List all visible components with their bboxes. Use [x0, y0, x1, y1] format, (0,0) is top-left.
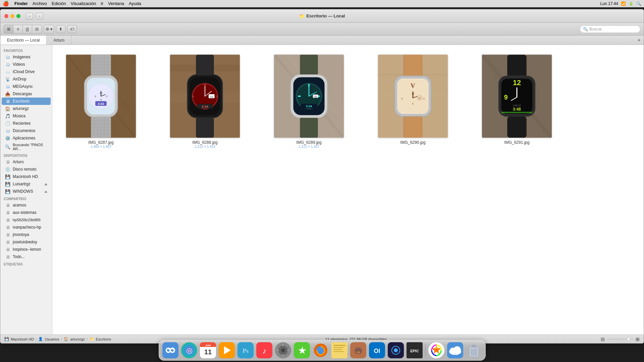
- sidebar-item-disco-remoto[interactable]: 💿 Disco remoto: [2, 166, 51, 173]
- sidebar-section-etiquetas: Etiquetas: [0, 260, 52, 267]
- file-item-6290[interactable]: V 12 3 6 9 15: [371, 52, 455, 151]
- dock-reeder[interactable]: ★: [293, 342, 311, 359]
- arrange-group: ⚙ ▾: [44, 25, 54, 34]
- network-icon: 🖥: [5, 210, 10, 215]
- sidebar-item-megasync[interactable]: 🗂 MEGAsync: [2, 83, 51, 90]
- sidebar-item-aplicaciones[interactable]: ⚙️ Aplicaciones: [2, 134, 51, 142]
- view-cover-btn[interactable]: ⊟: [32, 25, 42, 33]
- sidebar-item-musica[interactable]: 🎵 Música: [2, 112, 51, 120]
- apple-menu-icon[interactable]: 🍎: [3, 1, 9, 7]
- sidebar-item-luisartrgz[interactable]: 💾 Luisartrgz ⏏: [2, 180, 51, 188]
- share-btn[interactable]: ⬆: [56, 25, 65, 33]
- menubar-finder[interactable]: Finder: [14, 1, 28, 6]
- sidebar-item-recientes[interactable]: 🕐 Recientes: [2, 120, 51, 127]
- dock-photos[interactable]: [428, 342, 445, 359]
- menubar-visualizacion[interactable]: Visualización: [71, 1, 96, 6]
- sidebar-item-arturo[interactable]: 🖥 Arturo: [2, 158, 51, 166]
- view-icon-btn[interactable]: ⊞: [4, 25, 13, 33]
- tag-btn[interactable]: 🏷: [67, 25, 77, 33]
- sidebar-item-buscando[interactable]: 🔍 Buscando "PINOS AR...: [2, 142, 51, 152]
- dock-trash[interactable]: [465, 342, 483, 359]
- svg-rect-137: [287, 350, 290, 351]
- tab-escritorio[interactable]: Escritorio — Local: [0, 36, 47, 45]
- svg-text:15: 15: [419, 97, 421, 99]
- search-box[interactable]: 🔍 Buscar: [580, 25, 640, 33]
- svg-text:♪: ♪: [262, 346, 266, 355]
- view-column-btn[interactable]: |||: [23, 25, 32, 33]
- dock-outlook[interactable]: Ol: [368, 342, 386, 359]
- sidebar-item-aux-sistemas[interactable]: 🖥 aux-sistemas: [2, 209, 51, 216]
- sidebar-item-windows[interactable]: 💾 WINDOWS ⏏: [2, 188, 51, 195]
- sidebar-item-macintosh-hd[interactable]: 💾 Macintosh HD: [2, 173, 51, 180]
- forward-button[interactable]: ›: [36, 13, 43, 19]
- sidebar-item-lospinos[interactable]: 🖥 lospinos--lemon: [2, 246, 51, 253]
- hdd-icon: 💾: [5, 174, 10, 179]
- file-item-6288[interactable]: 12 3 6 9 11 3:34: [163, 52, 247, 151]
- dock-icloud[interactable]: ↓: [446, 342, 464, 359]
- desktop-icon: 🖥: [5, 99, 10, 104]
- svg-rect-60: [300, 55, 318, 77]
- file-item-6291[interactable]: 12 9 LUN 12 3:48: [475, 52, 559, 151]
- search-icon: 🔍: [583, 27, 588, 32]
- dock-action-camera[interactable]: [387, 342, 405, 359]
- menubar-ir[interactable]: Ir: [101, 1, 103, 6]
- svg-point-133: [281, 348, 285, 352]
- svg-rect-145: [333, 349, 342, 350]
- svg-rect-94: [403, 116, 422, 137]
- menubar-ventana[interactable]: Ventana: [108, 1, 124, 6]
- tab-arturo[interactable]: Arturo: [47, 36, 71, 45]
- dock-stickies[interactable]: [331, 342, 348, 359]
- dock: ◎ JUN 11 Ps: [0, 336, 644, 362]
- eject-icon[interactable]: ⏏: [44, 190, 47, 193]
- network-icon: 🖥: [5, 217, 10, 223]
- dock-system-prefs[interactable]: [274, 342, 292, 359]
- file-grid: 12 6 9 3 3:33: [59, 52, 637, 151]
- file-item-6289[interactable]: 11 3:34 IMG_6289.jpg 1,121 × 1,337: [267, 52, 351, 151]
- dock-vlc[interactable]: [218, 342, 235, 359]
- arrange-btn[interactable]: ⚙ ▾: [44, 25, 54, 33]
- dock-calendar[interactable]: JUN 11: [199, 342, 217, 359]
- menubar-battery-icon: 🔋: [629, 1, 634, 6]
- back-button[interactable]: ‹: [26, 13, 33, 19]
- file-name-6288: IMG_6288.jpg: [192, 140, 217, 145]
- sidebar-item-joseluisbedoy[interactable]: 🖥 joseluisbedoy: [2, 238, 51, 246]
- computer-icon: 🖥: [5, 159, 10, 165]
- menubar-edicion[interactable]: Edición: [52, 1, 66, 6]
- sidebar-item-descargas[interactable]: 📥 Descargas: [2, 90, 51, 98]
- tab-add-button[interactable]: +: [634, 36, 644, 45]
- sidebar-item-imagenes[interactable]: 🗂 Imágenes: [2, 53, 51, 61]
- svg-text:11: 11: [314, 96, 317, 98]
- file-thumbnail-6289: 11 3:34: [274, 54, 344, 138]
- dock-music[interactable]: ♪: [256, 342, 273, 359]
- maximize-button[interactable]: [16, 14, 20, 18]
- sidebar-item-todo[interactable]: 🖥 Todo...: [2, 253, 51, 260]
- eject-icon[interactable]: ⏏: [44, 182, 47, 186]
- file-item-6287[interactable]: 12 6 9 3 3:33: [59, 52, 143, 151]
- sidebar-item-icloud[interactable]: ☁️ iCloud Drive: [2, 68, 51, 75]
- dock-finder[interactable]: [162, 342, 179, 359]
- close-button[interactable]: [4, 14, 8, 18]
- dock-firefox[interactable]: [312, 342, 329, 359]
- dock-photoshop[interactable]: Ps: [237, 342, 254, 359]
- sidebar-item-ivanpacheco[interactable]: 🖥 ivanpacheco-hp: [2, 224, 51, 231]
- menubar-search-icon[interactable]: 🔍: [636, 1, 641, 6]
- menubar-ayuda[interactable]: Ayuda: [129, 1, 141, 6]
- sidebar-item-airdrop[interactable]: 📡 AirDrop: [2, 75, 51, 83]
- svg-text:3: 3: [216, 95, 218, 98]
- dock-siri[interactable]: ◎: [180, 342, 198, 359]
- svg-point-117: [172, 349, 173, 350]
- minimize-button[interactable]: [10, 14, 14, 18]
- folder-icon: 📥: [5, 91, 10, 97]
- view-list-btn[interactable]: ≡: [13, 25, 23, 33]
- dock-couverture[interactable]: 🐻: [350, 342, 367, 359]
- sidebar-item-documentos[interactable]: 🗂 Documentos: [2, 127, 51, 134]
- sidebar-item-arturorgz[interactable]: 🏠 arturorgz: [2, 105, 51, 112]
- sidebar-item-escritorio[interactable]: 🖥 Escritorio: [2, 98, 51, 105]
- sidebar-item-jmontoya[interactable]: 🖥 jmontoya: [2, 231, 51, 238]
- menubar-archivo[interactable]: Archivo: [33, 1, 47, 6]
- window-title-text: Escritorio — Local: [307, 13, 345, 18]
- sidebar-item-videos[interactable]: 🗂 Videos: [2, 61, 51, 68]
- dock-epic-games[interactable]: EPIC: [406, 342, 423, 359]
- sidebar-item-aramos[interactable]: 🖥 aramos: [2, 201, 51, 209]
- sidebar-item-hp[interactable]: 🖥 hp5820b15fe889: [2, 216, 51, 224]
